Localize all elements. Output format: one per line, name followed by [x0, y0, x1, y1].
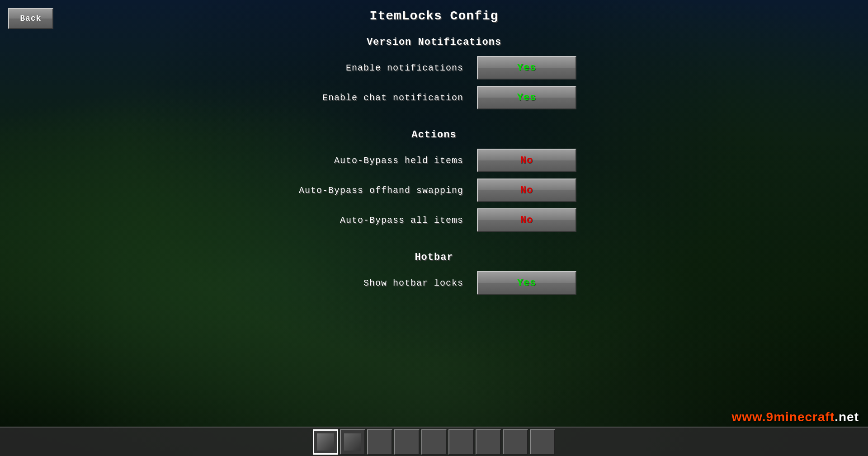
hotbar-slot-7	[476, 429, 501, 455]
hotbar-section: Hotbar Show hotbar locks Yes	[0, 252, 868, 301]
auto-bypass-offhand-button[interactable]: No	[477, 179, 576, 202]
hotbar-slot-4	[394, 429, 420, 455]
auto-bypass-offhand-row: Auto-Bypass offhand swapping No	[0, 179, 868, 202]
enable-chat-notification-label: Enable chat notification	[292, 93, 463, 103]
watermark-suffix: .net	[835, 410, 859, 424]
auto-bypass-held-label: Auto-Bypass held items	[292, 155, 463, 166]
hotbar-slot-9	[530, 429, 555, 455]
hotbar-slot-8	[503, 429, 528, 455]
auto-bypass-all-button[interactable]: No	[477, 208, 576, 232]
hotbar-slot-5	[421, 429, 447, 455]
hotbar-slot-2	[340, 429, 365, 455]
auto-bypass-all-label: Auto-Bypass all items	[292, 215, 463, 226]
hotbar-slot-1	[313, 429, 338, 455]
auto-bypass-all-row: Auto-Bypass all items No	[0, 208, 868, 232]
version-notifications-title: Version Notifications	[367, 37, 501, 48]
actions-title: Actions	[411, 129, 456, 141]
version-notifications-section: Version Notifications Enable notificatio…	[0, 37, 868, 116]
show-hotbar-locks-row: Show hotbar locks Yes	[0, 271, 868, 295]
hotbar-item-2	[344, 433, 361, 451]
watermark: www.9minecraft.net	[732, 410, 859, 424]
hotbar-slot-3	[367, 429, 392, 455]
show-hotbar-locks-label: Show hotbar locks	[292, 278, 463, 288]
actions-section: Actions Auto-Bypass held items No Auto-B…	[0, 129, 868, 238]
show-hotbar-locks-button[interactable]: Yes	[477, 271, 576, 295]
auto-bypass-held-button[interactable]: No	[477, 149, 576, 172]
enable-notifications-button[interactable]: Yes	[477, 56, 576, 80]
hotbar-item-1	[317, 433, 334, 451]
watermark-prefix: www.	[732, 410, 766, 424]
hotbar-slot-6	[448, 429, 474, 455]
hotbar-bar	[0, 427, 868, 456]
auto-bypass-offhand-label: Auto-Bypass offhand swapping	[292, 185, 463, 196]
hotbar-title: Hotbar	[415, 252, 453, 263]
enable-notifications-row: Enable notifications Yes	[0, 56, 868, 80]
enable-notifications-label: Enable notifications	[292, 63, 463, 73]
enable-chat-notification-row: Enable chat notification Yes	[0, 86, 868, 109]
auto-bypass-held-row: Auto-Bypass held items No	[0, 149, 868, 172]
watermark-brand: 9minecraft	[766, 410, 835, 424]
enable-chat-notification-button[interactable]: Yes	[477, 86, 576, 109]
page-title: ItemLocks Config	[370, 9, 499, 23]
